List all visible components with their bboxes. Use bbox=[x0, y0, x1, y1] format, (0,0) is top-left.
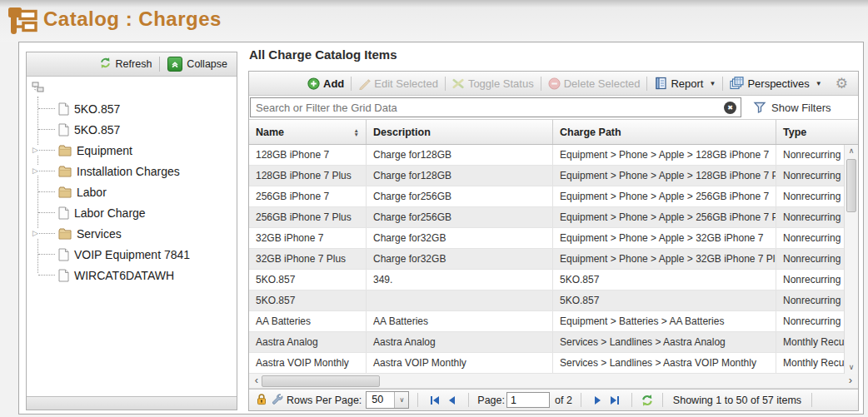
edit-pencil-icon bbox=[358, 77, 371, 90]
refresh-button[interactable]: Refresh bbox=[95, 55, 157, 73]
table-row[interactable]: 5KO.857 5KO.857 Nonrecurring bbox=[249, 290, 844, 311]
first-page-button[interactable] bbox=[430, 395, 440, 405]
file-icon bbox=[58, 102, 69, 116]
expand-arrow-icon[interactable]: ▷ bbox=[32, 145, 39, 155]
cell-charge-path: Equipment > Phone > Apple > 128GB iPhone… bbox=[553, 166, 776, 186]
edit-selected-button[interactable]: Edit Selected bbox=[353, 77, 443, 90]
toggle-status-button[interactable]: Toggle Status bbox=[447, 77, 539, 90]
column-header-name[interactable]: Name ▲ ▼ bbox=[249, 120, 367, 144]
table-row[interactable]: 5KO.857 349. 5KO.857 Nonrecurring bbox=[249, 270, 844, 290]
cell-description: Charge for32GB bbox=[367, 228, 553, 248]
collapse-button[interactable]: Collapse bbox=[163, 55, 232, 73]
rows-per-page-label: Rows Per Page: bbox=[287, 395, 362, 406]
rows-per-page-select[interactable]: 50 ∨ bbox=[366, 391, 409, 409]
toolbar-separator bbox=[159, 57, 160, 72]
column-header-type[interactable]: Type bbox=[776, 120, 858, 144]
filter-funnel-icon bbox=[753, 101, 766, 114]
pagination-bar: Rows Per Page: 50 ∨ Page: of 2 bbox=[249, 389, 858, 410]
grid-settings-gear-icon[interactable]: ⚙ bbox=[836, 77, 848, 91]
cell-name: 256GB iPhone 7 bbox=[249, 186, 367, 206]
table-row[interactable]: 32GB iPhone 7 Charge for32GB Equipment >… bbox=[249, 228, 844, 249]
table-row[interactable]: 256GB iPhone 7 Plus Charge for256GB Equi… bbox=[249, 207, 844, 228]
table-row[interactable]: 32GB iPhone 7 Plus Charge for32GB Equipm… bbox=[249, 249, 844, 270]
expand-arrow-icon[interactable]: ▷ bbox=[32, 166, 39, 176]
tree-item[interactable]: ▷ Services bbox=[32, 223, 233, 244]
lock-icon[interactable] bbox=[256, 393, 267, 408]
scroll-up-arrow[interactable]: ∧ bbox=[845, 145, 858, 157]
page-label: Page: bbox=[477, 395, 505, 406]
page-of-label: of 2 bbox=[555, 395, 572, 406]
column-header-description[interactable]: Description bbox=[367, 120, 553, 144]
scroll-down-arrow[interactable]: ∨ bbox=[845, 361, 858, 374]
report-menu-label: Report bbox=[671, 77, 703, 90]
tree-item-label: Labor bbox=[77, 186, 107, 199]
cell-name: Aastra VOIP Monthly bbox=[249, 353, 367, 373]
catalog-tree-panel: Refresh Collapse bbox=[26, 52, 237, 410]
cell-type: Nonrecurring bbox=[776, 145, 844, 165]
last-page-button[interactable] bbox=[610, 395, 620, 405]
sort-icon[interactable]: ▲ ▼ bbox=[354, 128, 359, 137]
catalog-tree: 5KO.857 5KO.857 ▷ Equipment ▷ bbox=[27, 77, 237, 396]
tree-item[interactable]: Labor Charge bbox=[32, 202, 233, 223]
vertical-scrollbar-thumb[interactable] bbox=[846, 159, 856, 212]
cell-description: Charge for128GB bbox=[367, 166, 553, 186]
vertical-scrollbar[interactable]: ∧ ∨ bbox=[844, 145, 858, 374]
add-plus-icon bbox=[307, 77, 320, 90]
grid-header-row: Name ▲ ▼ Description Charge Path Type bbox=[249, 120, 858, 145]
tree-item[interactable]: WIRCAT6DATAWH bbox=[32, 265, 233, 285]
cell-charge-path: Equipment > Batteries > AA Batteries bbox=[553, 311, 776, 331]
footer-separator bbox=[417, 393, 418, 407]
table-row[interactable]: 128GB iPhone 7 Charge for128GB Equipment… bbox=[249, 145, 844, 166]
grid-title: All Charge Catalog Items bbox=[249, 47, 397, 62]
cell-type: Nonrecurring bbox=[776, 166, 844, 186]
table-row[interactable]: 256GB iPhone 7 Charge for256GB Equipment… bbox=[249, 186, 844, 207]
file-icon bbox=[58, 269, 69, 282]
cell-charge-path: Equipment > Phone > Apple > 128GB iPhone… bbox=[553, 145, 776, 165]
catalog-logo-icon bbox=[6, 3, 41, 40]
table-row[interactable]: 128GB iPhone 7 Plus Charge for128GB Equi… bbox=[249, 166, 844, 186]
perspectives-menu-button[interactable]: Perspectives ▼ bbox=[725, 77, 826, 90]
cell-charge-path: Services > Landlines > Aastra VOIP Month… bbox=[553, 353, 776, 373]
add-button[interactable]: Add bbox=[302, 77, 349, 90]
table-row[interactable]: Aastra Analog Aastra Analog Services > L… bbox=[249, 332, 844, 353]
tree-item[interactable]: Labor bbox=[32, 181, 233, 202]
report-icon bbox=[654, 77, 667, 90]
table-row[interactable]: Aastra VOIP Monthly Aastra VOIP Monthly … bbox=[249, 353, 844, 374]
table-row[interactable]: AA Batteries AA Batteries Equipment > Ba… bbox=[249, 311, 844, 332]
combo-dropdown-icon[interactable]: ∨ bbox=[394, 392, 408, 408]
tree-root-icon bbox=[32, 82, 46, 96]
column-header-charge-path[interactable]: Charge Path bbox=[553, 120, 776, 144]
tree-item-label: 5KO.857 bbox=[74, 102, 120, 116]
next-page-button[interactable] bbox=[593, 395, 603, 405]
cell-description: Aastra Analog bbox=[367, 332, 553, 352]
refresh-icon bbox=[99, 57, 112, 72]
tree-root-node[interactable] bbox=[32, 82, 233, 98]
tree-item[interactable]: ▷ Equipment bbox=[32, 140, 233, 161]
cell-description: Charge for128GB bbox=[367, 145, 553, 165]
toolbar-separator bbox=[445, 77, 446, 91]
show-filters-button[interactable]: Show Filters bbox=[753, 101, 831, 114]
tree-item[interactable]: VOIP Equipment 7841 bbox=[32, 244, 233, 265]
expand-arrow-icon[interactable]: ▷ bbox=[32, 228, 39, 238]
grid-refresh-button[interactable] bbox=[641, 394, 654, 407]
tree-item[interactable]: ▷ Installation Charges bbox=[32, 161, 233, 181]
delete-selected-label: Delete Selected bbox=[564, 77, 641, 90]
horizontal-scrollbar-thumb[interactable] bbox=[262, 375, 380, 387]
page-title: Catalog : Charges bbox=[43, 7, 222, 31]
report-menu-button[interactable]: Report ▼ bbox=[649, 77, 721, 90]
tree-item[interactable]: 5KO.857 bbox=[32, 98, 233, 119]
tree-item-label: Labor Charge bbox=[74, 206, 146, 220]
clear-search-icon[interactable]: ✖ bbox=[724, 102, 736, 114]
scroll-right-arrow[interactable]: › bbox=[845, 374, 856, 388]
tree-item-label: Services bbox=[77, 227, 122, 241]
delete-selected-button[interactable]: Delete Selected bbox=[543, 77, 646, 90]
previous-page-button[interactable] bbox=[446, 395, 456, 405]
show-filters-label: Show Filters bbox=[771, 102, 831, 114]
search-input[interactable] bbox=[251, 102, 724, 114]
horizontal-scrollbar[interactable]: ‹ › bbox=[249, 374, 858, 389]
page-number-input[interactable] bbox=[506, 392, 550, 408]
scroll-left-arrow[interactable]: ‹ bbox=[251, 374, 262, 388]
grid-refresh-icon bbox=[641, 394, 654, 407]
tree-item[interactable]: 5KO.857 bbox=[32, 119, 233, 140]
wrench-icon[interactable] bbox=[271, 393, 283, 408]
